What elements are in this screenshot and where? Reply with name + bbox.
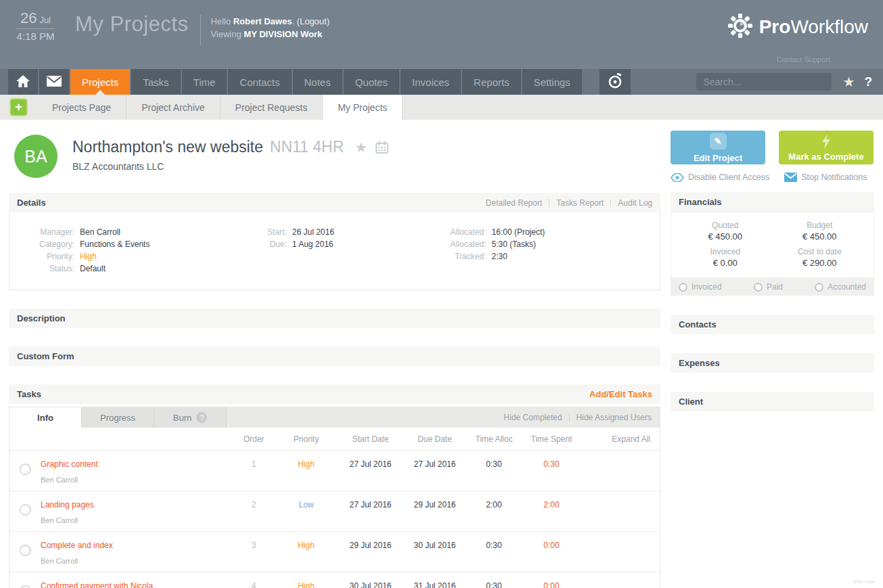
disable-client-access-toggle[interactable]: Disable Client Access [671, 173, 769, 182]
subtab-project-requests[interactable]: Project Requests [221, 95, 323, 120]
logout-link[interactable]: . (Logout) [292, 16, 330, 26]
category-value: Functions & Events [80, 238, 150, 250]
date-time-widget: 26 Jul 4:18 PM [16, 9, 55, 42]
nav-tab-projects[interactable]: Projects [70, 69, 130, 95]
stop-notifications-toggle[interactable]: Stop Notifications [784, 173, 867, 182]
tracked-value: 2:30 [492, 250, 507, 263]
home-icon [16, 75, 30, 89]
tab-progress[interactable]: Progress [82, 407, 154, 428]
tab-burn[interactable]: Burn ? [154, 407, 227, 428]
due-date-value: 1 Aug 2016 [292, 238, 334, 250]
edit-project-button[interactable]: ✎ Edit Project [671, 131, 765, 164]
header-divider [200, 15, 201, 46]
client-avatar: BA [14, 135, 58, 178]
invoiced-radio[interactable]: Invoiced [679, 282, 722, 292]
financials-panel-header: Financials [671, 192, 874, 212]
contacts-panel-header[interactable]: Contacts [671, 315, 874, 334]
col-start-date: Start Date [338, 434, 403, 444]
quoted-value: € 450.00 [678, 231, 773, 242]
radio-icon [815, 283, 823, 292]
calendar-icon[interactable] [376, 141, 388, 154]
project-code: NN11 4HR [270, 138, 344, 156]
favorites-star-icon[interactable]: ★ [842, 74, 855, 90]
task-assignee: Ben Carroll [41, 476, 233, 484]
hide-assigned-users-link[interactable]: Hide Assigned Users [576, 413, 652, 422]
task-row: Graphic contentBen Carroll 1 High 27 Jul… [9, 450, 660, 491]
task-row: Landing pagesBen Carroll 2 Low 27 Jul 20… [9, 491, 660, 531]
pencil-icon: ✎ [710, 133, 727, 150]
task-complete-checkbox[interactable] [20, 545, 31, 556]
eye-icon [671, 173, 684, 182]
nav-tab-settings[interactable]: Settings [522, 69, 582, 95]
favorite-project-star-icon[interactable]: ★ [355, 139, 367, 156]
envelope-icon [47, 76, 62, 89]
nav-tab-contacts[interactable]: Contacts [228, 69, 291, 95]
greeting: Hello Robert Dawes. (Logout) Viewing MY … [210, 15, 330, 41]
hide-completed-link[interactable]: Hide Completed [504, 413, 562, 422]
nav-tab-reports[interactable]: Reports [462, 69, 521, 95]
nav-tab-quotes[interactable]: Quotes [344, 69, 399, 95]
subtab-projects-page[interactable]: Projects Page [37, 95, 127, 120]
nav-tab-time[interactable]: Time [182, 69, 227, 95]
project-title: Northampton's new website [72, 138, 263, 156]
paid-radio[interactable]: Paid [754, 282, 783, 292]
tasks-view-tabs: Info Progress Burn ? Hide Completed Hide… [9, 407, 660, 428]
task-name-link[interactable]: Confirmed payment with Nicola [41, 581, 233, 588]
project-header: BA Northampton's new website NN11 4HR ★ … [14, 135, 660, 178]
manager-value: Ben Carroll [80, 226, 120, 238]
add-edit-tasks-link[interactable]: Add/Edit Tasks [589, 389, 652, 399]
tab-info[interactable]: Info [9, 407, 82, 428]
home-tab[interactable] [8, 69, 38, 95]
col-time-spent: Time Spent [521, 434, 582, 444]
nav-tab-tasks[interactable]: Tasks [131, 69, 180, 95]
task-name-link[interactable]: Graphic content [41, 459, 233, 469]
clock: 4:18 PM [16, 29, 55, 42]
priority-value: High [80, 250, 97, 263]
contact-support-link[interactable]: Contact Support [777, 55, 831, 64]
top-header: 26 Jul 4:18 PM My Projects Hello Robert … [0, 0, 883, 69]
accounted-radio[interactable]: Accounted [815, 282, 866, 292]
expand-all-link[interactable]: Expand All [582, 434, 660, 444]
burn-help-icon[interactable]: ? [196, 412, 207, 423]
subtab-my-projects[interactable]: My Projects [323, 95, 403, 120]
task-name-link[interactable]: Landing pages [41, 500, 233, 510]
client-panel-header[interactable]: Client [671, 392, 874, 411]
custom-form-panel-header[interactable]: Custom Form [9, 346, 660, 366]
task-row: Complete and indexBen Carroll 3 High 29 … [9, 531, 660, 572]
task-name-link[interactable]: Complete and index [41, 541, 233, 550]
nav-tab-invoices[interactable]: Invoices [401, 69, 461, 95]
messages-tab[interactable] [39, 69, 69, 95]
audit-log-link[interactable]: Audit Log [618, 198, 652, 208]
search-input[interactable] [696, 73, 832, 91]
proworkflow-logo: ProWorkflow [728, 14, 868, 41]
tasks-report-link[interactable]: Tasks Report [556, 198, 604, 208]
task-complete-checkbox[interactable] [20, 585, 31, 588]
page-title: My Projects [75, 12, 188, 37]
task-complete-checkbox[interactable] [20, 463, 31, 475]
detailed-report-link[interactable]: Detailed Report [486, 198, 542, 208]
timer-tab[interactable] [599, 69, 631, 95]
radio-icon [679, 283, 687, 292]
financials-body: Quoted€ 450.00 Budget€ 450.00 Invoiced€ … [671, 212, 874, 278]
right-column: ✎ Edit Project Mark as Complete Disable … [671, 131, 874, 588]
subtab-project-archive[interactable]: Project Archive [127, 95, 220, 120]
description-panel-header[interactable]: Description [9, 309, 660, 328]
start-date-value: 26 Jul 2016 [292, 226, 334, 238]
nav-tab-notes[interactable]: Notes [293, 69, 342, 95]
help-icon[interactable]: ? [864, 74, 872, 89]
financial-status-row: Invoiced Paid Accounted [671, 278, 874, 296]
task-assignee: Ben Carroll [41, 516, 233, 524]
col-time-alloc: Time Alloc [467, 434, 521, 444]
expenses-panel-header[interactable]: Expenses [671, 353, 874, 373]
status-value: Default [80, 263, 106, 275]
tasks-panel-header: Tasks Add/Edit Tasks [9, 384, 660, 404]
invoiced-value: € 0.00 [678, 258, 773, 268]
add-project-button[interactable]: + [9, 98, 28, 116]
main-nav: Projects Tasks Time Contacts Notes Quote… [0, 69, 883, 95]
mark-as-complete-button[interactable]: Mark as Complete [779, 131, 874, 164]
task-complete-checkbox[interactable] [20, 504, 31, 516]
envelope-blue-icon [784, 173, 797, 182]
allocated-tasks-value: 5:30 (Tasks) [492, 238, 536, 250]
date-month: Jul [39, 15, 51, 25]
budget-value: € 450.00 [773, 231, 867, 242]
